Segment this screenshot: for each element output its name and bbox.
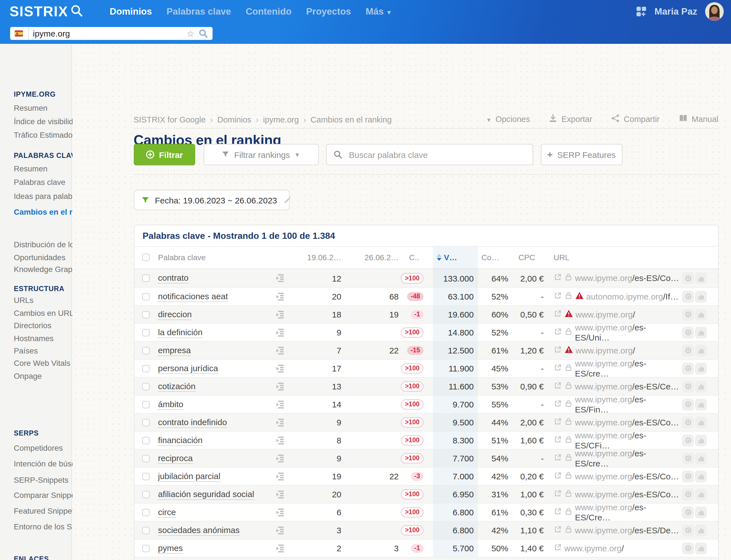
column-header-competition[interactable]: Co…: [481, 246, 499, 269]
breadcrumb-item-sistrix-for-google[interactable]: SISTRIX for Google: [133, 115, 205, 124]
serp-preview-button[interactable]: [682, 506, 694, 518]
sidebar-item-hostnames[interactable]: Hostnames: [14, 334, 54, 343]
keyword-link[interactable]: financiación: [158, 435, 202, 446]
keyword-link[interactable]: reciproca: [158, 453, 193, 464]
row-checkbox[interactable]: [142, 383, 150, 390]
indent-list-icon[interactable]: [276, 293, 285, 300]
history-chart-button[interactable]: [695, 291, 707, 302]
indent-list-icon[interactable]: [276, 508, 285, 516]
row-checkbox[interactable]: [142, 275, 150, 282]
serp-preview-button[interactable]: [682, 362, 694, 374]
url-link[interactable]: www.ipyme.org/es-ES/Co…: [575, 471, 679, 481]
url-link[interactable]: www.ipyme.org/es-ES/CFi…: [575, 432, 680, 449]
sidebar-item-featured-snippets[interactable]: Featured Snippets: [14, 506, 78, 515]
url-link[interactable]: www.ipyme.org/es-ES/Cre…: [575, 504, 680, 521]
row-checkbox[interactable]: [142, 365, 150, 372]
serp-preview-button[interactable]: [682, 470, 694, 482]
country-selector[interactable]: [10, 27, 28, 40]
apps-grid-icon[interactable]: [636, 6, 647, 17]
sidebar-item-competidores[interactable]: Competidores: [14, 443, 63, 452]
serp-preview-button[interactable]: [682, 309, 694, 320]
url-link[interactable]: www.ipyme.org/es-ES/Co…: [575, 489, 679, 499]
sidebar-item-indice-de-visibilidad[interactable]: Índice de visibilidad: [14, 117, 82, 126]
sidebar-item-resumen[interactable]: Resumen: [14, 164, 47, 173]
keyword-link[interactable]: direccion: [158, 309, 192, 320]
sistrix-logo[interactable]: SISTRIX: [10, 3, 83, 20]
external-link-icon[interactable]: [554, 309, 562, 319]
compartir-button[interactable]: Compartir: [612, 114, 660, 124]
sidebar-item-paises[interactable]: Países: [14, 346, 38, 355]
indent-list-icon[interactable]: [276, 544, 285, 552]
history-chart-button[interactable]: [695, 272, 707, 284]
nav-item-palabras-clave[interactable]: Palabras clave: [166, 6, 231, 17]
sidebar-item-core-web-vitals[interactable]: Core Web Vitals: [14, 359, 70, 368]
serp-features-button[interactable]: + SERP Features: [541, 144, 622, 165]
indent-list-icon[interactable]: [276, 436, 285, 444]
serp-preview-button[interactable]: [682, 452, 694, 464]
indent-list-icon[interactable]: [276, 454, 285, 462]
serp-preview-button[interactable]: [682, 344, 694, 356]
keyword-link[interactable]: pymes: [158, 543, 183, 554]
row-checkbox[interactable]: [142, 473, 150, 480]
history-chart-button[interactable]: [695, 362, 707, 374]
sidebar-item-serp-snippets[interactable]: SERP-Snippets: [14, 475, 69, 484]
indent-list-icon[interactable]: [276, 526, 285, 534]
history-chart-button[interactable]: [695, 309, 707, 320]
indent-list-icon[interactable]: [276, 490, 285, 498]
manual-button[interactable]: Manual: [679, 114, 718, 124]
serp-preview-button[interactable]: [682, 272, 694, 284]
serp-preview-button[interactable]: [682, 416, 694, 428]
row-checkbox[interactable]: [142, 491, 150, 498]
row-checkbox[interactable]: [142, 419, 150, 426]
opciones-button[interactable]: ▼Opciones: [486, 114, 530, 123]
keyword-link[interactable]: persona jurídica: [158, 363, 218, 374]
serp-preview-button[interactable]: [682, 398, 694, 410]
url-link[interactable]: autonomo.ipyme.org/If…: [586, 291, 679, 301]
column-header-change[interactable]: C..: [409, 246, 419, 269]
sidebar-item-urls[interactable]: URLs: [14, 296, 33, 305]
external-link-icon[interactable]: [554, 453, 562, 463]
sidebar-item-cambios-en-urls[interactable]: Cambios en URLs: [14, 308, 78, 317]
indent-list-icon[interactable]: [276, 418, 285, 426]
favorite-star-icon[interactable]: ☆: [187, 29, 194, 38]
history-chart-button[interactable]: [695, 434, 707, 446]
indent-list-icon[interactable]: [276, 274, 285, 282]
external-link-icon[interactable]: [554, 417, 562, 427]
nav-item-dominios[interactable]: Dominios: [110, 6, 152, 17]
keyword-link[interactable]: la definición: [158, 327, 202, 338]
url-link[interactable]: www.ipyme.org/es-ES/Co…: [575, 273, 679, 283]
url-link[interactable]: www.ipyme.org/es-ES/Uni…: [575, 324, 680, 341]
row-checkbox[interactable]: [142, 455, 150, 462]
row-checkbox[interactable]: [142, 347, 150, 354]
external-link-icon[interactable]: [554, 525, 562, 535]
history-chart-button[interactable]: [695, 524, 707, 536]
url-link[interactable]: www.ipyme.org/: [564, 543, 624, 553]
external-link-icon[interactable]: [554, 291, 562, 301]
url-link[interactable]: www.ipyme.org/es-ES/cre…: [575, 360, 680, 377]
row-checkbox[interactable]: [142, 401, 150, 408]
search-submit-icon[interactable]: [198, 29, 208, 38]
row-checkbox[interactable]: [142, 509, 150, 516]
external-link-icon[interactable]: [554, 435, 562, 445]
row-checkbox[interactable]: [142, 437, 150, 444]
filter-button[interactable]: Filtrar: [133, 144, 195, 165]
url-link[interactable]: www.ipyme.org/es-ES/Co…: [575, 417, 679, 427]
sidebar-item-onpage[interactable]: Onpage: [14, 371, 42, 380]
keyword-link[interactable]: notificaciones aeat: [158, 291, 228, 302]
sidebar-item-palabras-clave[interactable]: Palabras clave: [14, 178, 65, 187]
external-link-icon[interactable]: [554, 543, 562, 553]
history-chart-button[interactable]: [695, 542, 707, 554]
history-chart-button[interactable]: [695, 398, 707, 410]
history-chart-button[interactable]: [695, 327, 707, 338]
row-checkbox[interactable]: [142, 545, 150, 552]
keyword-link[interactable]: contrato: [158, 273, 188, 284]
url-link[interactable]: www.ipyme.org/es-ES/Fin…: [575, 396, 680, 413]
domain-search-input[interactable]: [28, 29, 187, 38]
indent-list-icon[interactable]: [276, 310, 285, 318]
keyword-link[interactable]: ámbito: [158, 399, 183, 410]
external-link-icon[interactable]: [554, 363, 562, 373]
history-chart-button[interactable]: [695, 470, 707, 482]
keyword-link[interactable]: contrato indefinido: [158, 417, 227, 428]
sidebar-item-directorios[interactable]: Directorios: [14, 321, 51, 330]
serp-preview-button[interactable]: [682, 434, 694, 446]
